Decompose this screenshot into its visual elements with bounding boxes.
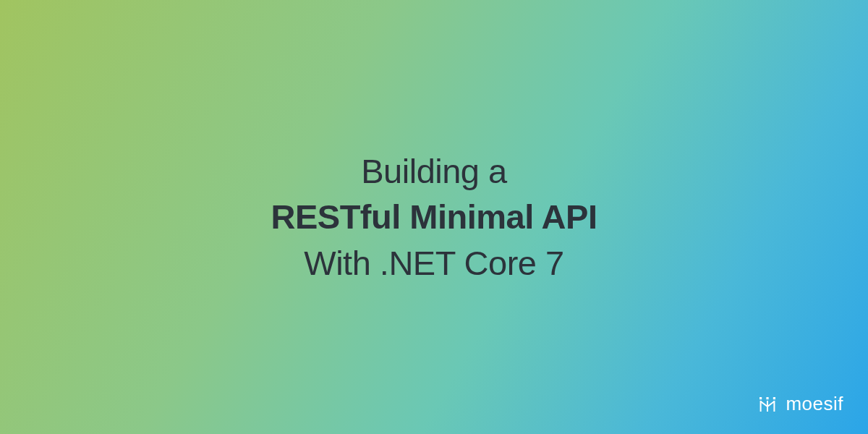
moesif-logo-icon: [757, 393, 778, 415]
brand-footer: moesif: [757, 393, 843, 415]
hero-line-3: With .NET Core 7: [271, 240, 597, 286]
hero-line-1: Building a: [271, 148, 597, 194]
svg-rect-1: [767, 397, 769, 399]
svg-rect-0: [760, 397, 762, 399]
hero-line-2: RESTful Minimal API: [271, 194, 597, 239]
brand-name: moesif: [786, 393, 843, 415]
hero-title: Building a RESTful Minimal API With .NET…: [271, 148, 597, 286]
svg-rect-2: [773, 397, 775, 399]
